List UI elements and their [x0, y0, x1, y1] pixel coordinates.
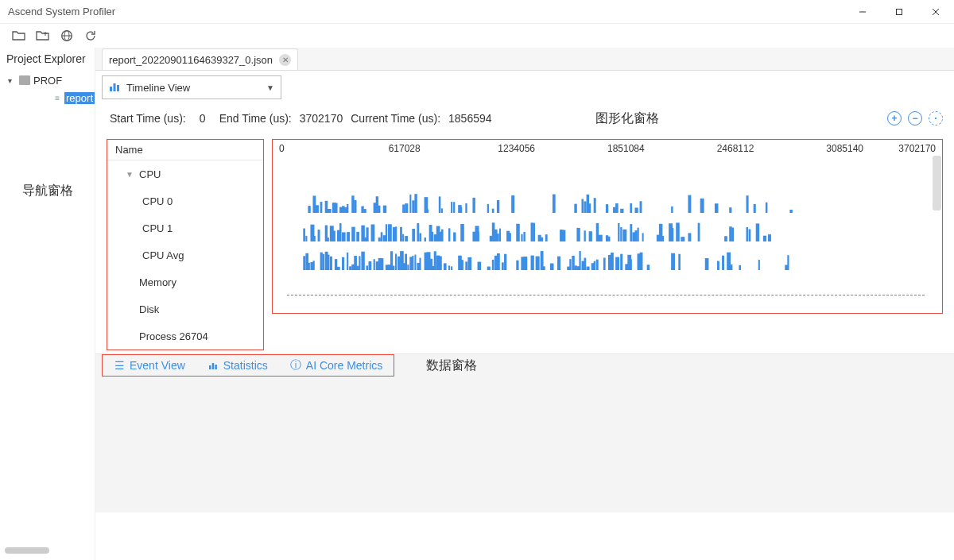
view-selector-label: Timeline View	[126, 82, 190, 94]
svg-rect-254	[615, 257, 619, 270]
graph-pane-label: 图形化窗格	[595, 110, 659, 127]
svg-rect-24	[351, 195, 354, 213]
svg-rect-38	[427, 210, 429, 213]
svg-rect-172	[312, 261, 314, 270]
svg-rect-35	[412, 200, 414, 213]
timeline-row[interactable]: ▼CPU	[107, 160, 263, 187]
svg-rect-85	[342, 232, 346, 241]
svg-rect-56	[589, 203, 591, 213]
svg-rect-260	[640, 253, 643, 270]
timeline-row[interactable]: CPU 0	[107, 187, 263, 214]
svg-rect-1	[897, 9, 902, 14]
timeline-row[interactable]: Memory	[107, 268, 263, 295]
svg-rect-221	[465, 261, 467, 270]
svg-rect-206	[414, 255, 416, 270]
svg-rect-66	[688, 195, 691, 213]
list-icon: ☰	[114, 360, 125, 371]
row-label: Memory	[139, 276, 176, 288]
svg-rect-112	[441, 230, 444, 241]
svg-rect-237	[550, 264, 554, 270]
svg-rect-80	[328, 238, 329, 241]
timeline-row[interactable]: Disk	[107, 295, 263, 322]
svg-rect-159	[698, 223, 700, 241]
tab-label: report_20220901164639327_0.json	[109, 54, 273, 66]
vertical-scrollbar[interactable]	[933, 156, 941, 311]
svg-rect-57	[594, 198, 596, 213]
svg-rect-253	[611, 253, 614, 270]
tab-event-view[interactable]: ☰Event View	[103, 355, 196, 376]
content-area: report_20220901164639327_0.json ✕ Timeli…	[95, 48, 954, 560]
tree-folder-prof[interactable]: ▾ PROF	[0, 71, 95, 89]
zoom-in-button[interactable]: +	[887, 111, 902, 126]
svg-rect-208	[419, 258, 421, 270]
svg-rect-9	[110, 87, 112, 91]
axis-tick: 617028	[389, 143, 421, 154]
svg-rect-122	[497, 234, 499, 241]
svg-rect-31	[383, 206, 386, 213]
time-controls: Start Time (us):0 End Time (us):3702170 …	[95, 104, 954, 133]
svg-rect-140	[599, 235, 603, 241]
timeline-row[interactable]: CPU Avg	[107, 241, 263, 268]
start-time-label: Start Time (us):	[110, 112, 186, 125]
svg-rect-189	[369, 261, 372, 270]
svg-rect-176	[328, 255, 330, 270]
svg-rect-48	[492, 209, 494, 213]
svg-rect-103	[412, 229, 415, 241]
svg-rect-71	[754, 204, 756, 213]
svg-rect-72	[766, 203, 768, 213]
svg-rect-266	[722, 256, 724, 270]
svg-rect-19	[335, 203, 338, 213]
svg-rect-60	[615, 203, 619, 213]
svg-rect-141	[606, 235, 608, 241]
tree-label: PROF	[33, 75, 62, 87]
open-folder-icon[interactable]	[11, 28, 27, 44]
timeline-name-column: Name ▼CPUCPU 0CPU 1CPU AvgMemoryDiskProc…	[107, 139, 264, 350]
start-time-value[interactable]: 0	[194, 112, 211, 125]
tree-file-report[interactable]: ≡ report	[0, 89, 95, 106]
axis-tick: 0	[279, 143, 285, 154]
refresh-icon[interactable]	[83, 28, 99, 44]
timeline-row[interactable]: CPU 1	[107, 214, 263, 241]
maximize-button[interactable]	[881, 0, 917, 24]
svg-rect-100	[400, 227, 402, 241]
zoom-out-button[interactable]: −	[908, 111, 922, 126]
current-time-value[interactable]: 1856594	[448, 112, 492, 125]
panel-title: Project Explorer	[0, 48, 95, 70]
tab-report-json[interactable]: report_20220901164639327_0.json ✕	[102, 48, 298, 70]
svg-rect-258	[630, 259, 631, 270]
svg-rect-132	[541, 238, 543, 241]
tab-label: AI Core Metrics	[306, 359, 382, 372]
open-project-icon[interactable]	[35, 28, 51, 44]
svg-rect-199	[398, 257, 400, 270]
svg-rect-108	[432, 232, 433, 241]
svg-rect-190	[374, 259, 375, 270]
tab-statistics[interactable]: Statistics	[196, 355, 279, 376]
timeline-row[interactable]: Process 26704	[107, 322, 263, 350]
svg-rect-84	[339, 223, 342, 241]
editor-tabbar: report_20220901164639327_0.json ✕	[95, 48, 954, 70]
svg-rect-198	[395, 253, 397, 270]
minimize-button[interactable]	[844, 0, 881, 24]
globe-icon[interactable]	[59, 28, 75, 44]
timeline-chart[interactable]: 0617028123405618510842468112308514037021…	[272, 139, 943, 314]
svg-rect-102	[405, 236, 408, 241]
end-time-value[interactable]: 3702170	[300, 112, 343, 125]
svg-rect-188	[366, 265, 368, 270]
close-tab-icon[interactable]: ✕	[279, 54, 291, 66]
zoom-fit-button[interactable]: ·	[929, 111, 943, 126]
svg-rect-40	[441, 208, 443, 213]
view-selector[interactable]: Timeline View ▼	[102, 75, 281, 99]
svg-rect-123	[499, 229, 501, 241]
svg-rect-158	[688, 233, 691, 241]
svg-rect-145	[622, 230, 626, 241]
horizontal-scrollbar[interactable]	[5, 547, 49, 554]
svg-rect-225	[492, 260, 494, 270]
timeline-area: Name ▼CPUCPU 0CPU 1CPU AvgMemoryDiskProc…	[107, 139, 943, 350]
svg-rect-42	[453, 202, 455, 213]
svg-rect-223	[478, 262, 482, 270]
tab-ai-core-metrics[interactable]: ⓘAI Core Metrics	[279, 355, 394, 376]
file-icon: ≡	[52, 93, 62, 102]
close-button[interactable]	[917, 0, 954, 24]
svg-rect-193	[381, 258, 384, 270]
svg-rect-167	[768, 234, 771, 241]
